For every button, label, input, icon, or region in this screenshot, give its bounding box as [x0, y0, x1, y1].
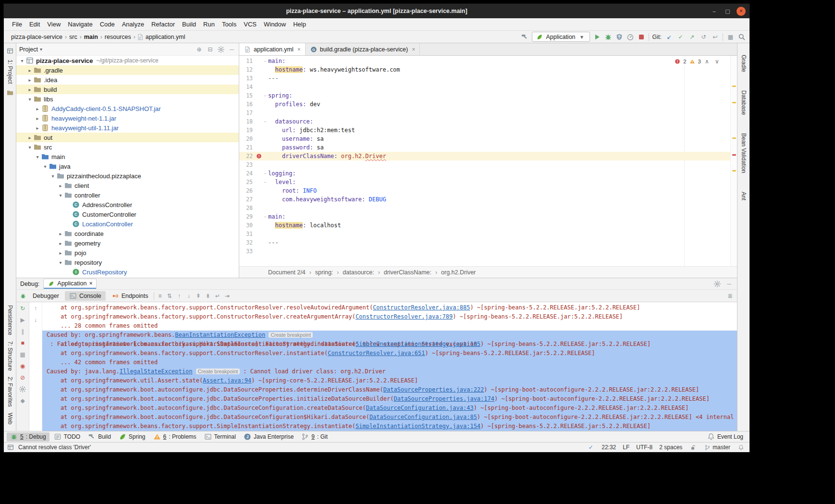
editor-tab-application-yml[interactable]: application.yml×: [239, 43, 306, 55]
settings-icon[interactable]: [713, 280, 721, 288]
console-line[interactable]: at org.springframework.boot.autoconfigur…: [42, 385, 737, 394]
hide-icon[interactable]: ─: [228, 46, 236, 53]
menu-file[interactable]: File: [9, 19, 25, 29]
breadcrumb-item-main[interactable]: main: [83, 33, 99, 41]
tree-node-libs[interactable]: ▾libs: [16, 94, 239, 104]
tool-tab-build[interactable]: Build: [85, 432, 114, 442]
editor-line-14[interactable]: 14: [239, 83, 730, 91]
console-line[interactable]: at org.springframework.beans.factory.sup…: [47, 303, 737, 312]
console-line[interactable]: ... 42 common frames omitted: [42, 358, 737, 367]
tree-toggle-icon[interactable]: ▾: [26, 97, 34, 102]
tree-toggle-icon[interactable]: ▸: [57, 250, 64, 256]
code-area[interactable]: 23∧∨ 11−main:12 hostname: ws.heavyweight…: [239, 56, 730, 266]
editor-line-11[interactable]: 11−main:: [239, 57, 730, 65]
git-history-icon[interactable]: ↺: [700, 33, 708, 41]
tree-toggle-icon[interactable]: ▸: [26, 87, 34, 92]
run-icon[interactable]: [593, 33, 601, 41]
titlebar[interactable]: pizza-place-service – application.yml [p…: [4, 4, 749, 18]
indent-widget[interactable]: 2 spaces: [659, 444, 682, 451]
project-folder-icon[interactable]: [6, 89, 14, 97]
fold-marker[interactable]: −: [262, 212, 268, 221]
editor-line-12[interactable]: 12 hostname: ws.heavyweightsoftware.com: [239, 65, 730, 74]
tool-button-database[interactable]: Database: [740, 87, 747, 118]
stack-frame-link[interactable]: ConstructorResolver.java:789: [356, 313, 453, 320]
sort-icon[interactable]: ⇅: [165, 292, 173, 300]
stack-frame-link[interactable]: DataSourceConfiguration.java:43: [366, 405, 474, 411]
editor-breadcrumb-item[interactable]: Document 2/4: [267, 269, 307, 276]
tool-button-project[interactable]: 1: Project: [7, 57, 13, 87]
git-branch-widget[interactable]: master: [703, 443, 730, 451]
menu-help[interactable]: Help: [290, 19, 309, 29]
fold-marker[interactable]: −: [262, 169, 268, 178]
tool-button-web[interactable]: Web: [7, 410, 13, 427]
console-line[interactable]: at org.springframework.beans.factory.sup…: [47, 312, 737, 321]
breadcrumb-item-application-yml[interactable]: application.yml: [144, 33, 187, 41]
tree-node-crustrepository[interactable]: ICrustRepository: [16, 267, 239, 277]
tree-node-src[interactable]: ▾src: [16, 142, 239, 152]
git-rollback-icon[interactable]: ↩: [711, 33, 719, 41]
tree-node-customercontroller[interactable]: CCustomerController: [16, 209, 239, 219]
editor-line-17[interactable]: 17: [239, 109, 730, 117]
build-hammer-icon[interactable]: [521, 33, 528, 41]
tool-window-toggle-icon[interactable]: [7, 443, 14, 451]
console-line[interactable]: at org.springframework.boot.autoconfigur…: [42, 394, 737, 404]
tree-node-geometry[interactable]: ▸geometry: [16, 238, 239, 248]
menu-view[interactable]: View: [44, 19, 64, 29]
editor-breadcrumb-item[interactable]: datasource:: [342, 269, 375, 276]
restore-icon[interactable]: ≣: [726, 292, 734, 300]
git-commit-icon[interactable]: ✓: [676, 33, 685, 41]
tree-toggle-icon[interactable]: ▸: [57, 241, 64, 246]
menu-analyze[interactable]: Analyze: [119, 19, 147, 29]
tree-node-build[interactable]: ▸build: [16, 85, 239, 94]
menu-tools[interactable]: Tools: [219, 19, 240, 29]
editor-line-31[interactable]: 31: [239, 230, 730, 238]
menu-edit[interactable]: Edit: [26, 19, 43, 29]
tool-window-switcher-icon[interactable]: [6, 47, 14, 55]
tree-node-coordinate[interactable]: ▸coordinate: [16, 229, 239, 238]
encoding-widget[interactable]: UTF-8: [636, 444, 652, 451]
console-line[interactable]: at org.springframework.boot.autoconfigur…: [42, 413, 737, 422]
locate-file-icon[interactable]: ⊕: [195, 46, 203, 53]
breadcrumb-item-resources[interactable]: resources: [103, 33, 133, 41]
stop-icon[interactable]: [638, 33, 645, 41]
hide-icon[interactable]: ─: [725, 280, 733, 288]
tree-node-java[interactable]: ▾java: [16, 161, 239, 171]
down-stack-icon[interactable]: ↓: [32, 316, 40, 324]
menu-code[interactable]: Code: [97, 19, 118, 29]
console-line[interactable]: Caused by: org.springframework.beans.Bea…: [42, 331, 737, 340]
menu-refactor[interactable]: Refactor: [148, 19, 178, 29]
tool-tab-6-problems[interactable]: 6: Problems: [150, 432, 200, 442]
mute-breakpoints-icon[interactable]: ⊘: [19, 374, 27, 381]
close-button[interactable]: ×: [737, 7, 746, 16]
stack-frame-link[interactable]: SimpleInstantiationStrategy.java:185: [356, 341, 480, 347]
tree-node-main[interactable]: ▾main: [16, 152, 239, 161]
breadcrumb-item-src[interactable]: src: [68, 33, 79, 41]
readonly-lock-icon[interactable]: [689, 443, 697, 451]
tree-node-addycaddy-client-0-5-1-snapshot-jar[interactable]: ▸AddyCaddy-client-0.5.1-SNAPSHOT.jar: [16, 104, 239, 113]
tree-node-controller[interactable]: ▾controller: [16, 190, 239, 200]
console-line[interactable]: at org.springframework.beans.factory.sup…: [42, 422, 737, 431]
editor-line-20[interactable]: 20 username: sa: [239, 135, 730, 143]
editor-line-28[interactable]: 28: [239, 204, 730, 212]
stack-frame-link[interactable]: DataSourceProperties.java:174: [393, 395, 494, 402]
debug-view-tab-endpoints[interactable]: Endpoints: [107, 291, 153, 301]
editor-line-24[interactable]: 24−logging:: [239, 169, 730, 178]
tree-node-locationcontroller[interactable]: CLocationController: [16, 219, 239, 229]
debug-icon[interactable]: [604, 33, 612, 41]
stack-frame-link[interactable]: DataSourceProperties.java:222: [383, 386, 484, 393]
console-line[interactable]: ... 28 common frames omitted: [47, 321, 737, 331]
editor-line-33[interactable]: 33: [239, 247, 730, 256]
fold-marker[interactable]: −: [262, 117, 268, 126]
tool-button-gradle[interactable]: Gradle: [740, 52, 747, 75]
menu-vcs[interactable]: VCS: [240, 19, 260, 29]
editor-line-15[interactable]: 15−spring:: [239, 91, 730, 100]
minimize-button[interactable]: –: [710, 7, 719, 16]
rerun-icon[interactable]: ↻: [19, 305, 27, 312]
tool-button-7-structure[interactable]: 7: Structure: [7, 338, 13, 374]
line-separator-widget[interactable]: LF: [623, 444, 629, 451]
debug-view-tab-debugger[interactable]: Debugger: [28, 292, 63, 300]
tool-tab-java-enterprise[interactable]: JJava Enterprise: [240, 432, 297, 442]
coverage-icon[interactable]: [615, 33, 623, 41]
tool-tab-5-debug[interactable]: 5: Debug: [7, 432, 49, 442]
menu-run[interactable]: Run: [200, 19, 218, 29]
